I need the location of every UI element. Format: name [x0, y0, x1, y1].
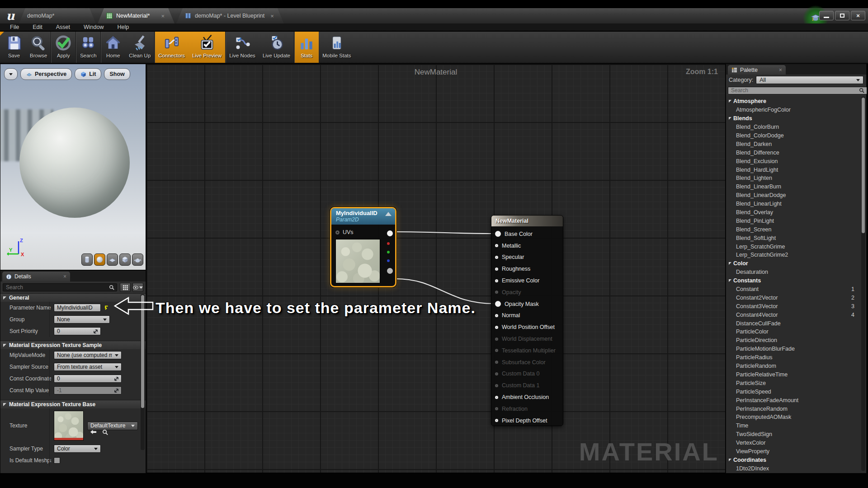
output-pin[interactable] [387, 259, 390, 262]
preview-shape-button[interactable] [119, 253, 131, 266]
palette-entry[interactable]: Blend_HardLight [726, 165, 866, 174]
restore-button[interactable] [835, 11, 849, 20]
palette-tab[interactable]: Palette × [728, 65, 786, 75]
palette-entry[interactable]: PerInstanceRandom [726, 404, 866, 413]
toolbar-button[interactable]: Live Nodes [225, 32, 259, 63]
input-pin[interactable] [495, 244, 498, 247]
palette-entry[interactable]: Blend_LinearLight [726, 200, 866, 208]
texture-asset-dropdown[interactable]: DefaultTexture [87, 422, 138, 430]
node-header[interactable]: MyIndividualID Param2D [331, 208, 395, 225]
toolbar-button[interactable]: Connectors [154, 32, 189, 63]
is-default-meshpaint-checkbox[interactable] [54, 457, 60, 464]
tab-close-icon[interactable]: × [158, 13, 165, 19]
property-control[interactable]: From texture asset [54, 363, 122, 371]
palette-entry[interactable]: Time [726, 422, 866, 430]
material-input-pin-row[interactable]: Opacity [495, 286, 563, 298]
input-pin[interactable] [495, 291, 498, 294]
node-myindividualid[interactable]: MyIndividualID Param2D UVs [330, 207, 396, 287]
input-pin[interactable] [495, 231, 501, 237]
palette-entry[interactable]: Blend_Darken [726, 140, 866, 148]
palette-entry[interactable]: Blend_ColorDodge [726, 131, 866, 140]
palette-entry[interactable]: Blend_Difference [726, 148, 866, 157]
toolbar-button[interactable]: Browse [26, 32, 51, 63]
palette-entry[interactable]: Constant 1 [726, 285, 866, 294]
toolbar-button[interactable]: Apply [51, 32, 75, 63]
property-control[interactable]: 0 [54, 375, 122, 383]
menu-item[interactable]: Asset [50, 24, 76, 30]
reset-to-default-icon[interactable] [104, 305, 109, 310]
preview-shape-button[interactable] [132, 253, 143, 266]
palette-entry[interactable]: Color [726, 259, 866, 268]
asset-tab[interactable]: demoMap* [19, 8, 96, 23]
palette-entry[interactable]: 1Dto2DIndex [726, 464, 866, 473]
details-close-icon[interactable]: × [63, 273, 66, 280]
palette-entry[interactable]: Constant3Vector 3 [726, 302, 866, 310]
preview-shape-button[interactable] [94, 253, 105, 266]
menu-item[interactable]: File [4, 24, 25, 30]
input-pin[interactable] [495, 267, 498, 271]
section-texture-sample[interactable]: Material Expression Texture Sample [0, 341, 146, 349]
toolbar-button[interactable]: Live Update [259, 32, 294, 63]
input-pin[interactable] [495, 372, 498, 375]
input-pin[interactable] [495, 361, 498, 364]
material-input-pin-row[interactable]: Subsurface Color [495, 357, 563, 368]
palette-entry[interactable]: Coordinates [726, 455, 866, 464]
display-filter-button[interactable] [132, 283, 143, 292]
material-input-pin-row[interactable]: Base Color [495, 228, 563, 240]
material-input-pin-row[interactable]: World Displacement [495, 333, 563, 345]
input-pin[interactable] [495, 256, 498, 259]
parameter-name-input[interactable]: MyIndividualID [54, 304, 101, 312]
palette-entry[interactable]: Blend_Screen [726, 225, 866, 234]
menu-item[interactable]: Help [111, 24, 135, 30]
palette-entry[interactable]: Lerp_ScratchGrime [726, 242, 866, 251]
palette-entry[interactable]: AtmosphericFogColor [726, 106, 866, 114]
material-graph-canvas[interactable]: NewMaterial Zoom 1:1 MATERIAL MyIndividu… [146, 64, 726, 473]
palette-entry[interactable]: Constant4Vector 4 [726, 310, 866, 319]
viewport-options-button[interactable] [4, 68, 18, 80]
property-matrix-button[interactable] [120, 283, 131, 292]
palette-entry[interactable]: ViewProperty [726, 447, 866, 456]
toolbar-button[interactable]: Stats [294, 32, 319, 63]
input-pin[interactable] [495, 326, 498, 329]
palette-entry[interactable]: ParticleSpeed [726, 387, 866, 396]
palette-entry[interactable]: ParticleRadius [726, 353, 866, 362]
palette-entry[interactable]: PrecomputedAOMask [726, 413, 866, 422]
preview-shape-button[interactable] [81, 253, 93, 266]
input-pin[interactable] [495, 396, 498, 399]
palette-entry[interactable]: ParticleRandom [726, 362, 866, 371]
palette-search-input[interactable] [728, 87, 867, 94]
palette-entry[interactable]: TwoSidedSign [726, 430, 866, 439]
details-tab[interactable]: i Details × [2, 272, 70, 282]
close-button[interactable]: × [851, 11, 865, 20]
material-input-pin-row[interactable]: Opacity Mask [495, 298, 563, 310]
palette-entry[interactable]: Lerp_ScratchGrime2 [726, 251, 866, 259]
uvs-input-pin[interactable] [335, 230, 340, 235]
palette-entry[interactable]: ParticleSize [726, 379, 866, 387]
output-pin[interactable] [387, 242, 390, 245]
output-pin[interactable] [387, 230, 393, 236]
palette-entry[interactable]: Constants [726, 277, 866, 285]
material-input-pin-row[interactable]: Refraction [495, 403, 563, 415]
toolbar-button[interactable]: Home [100, 32, 125, 63]
asset-tab[interactable]: demoMap* - Level Blueprint × [176, 8, 284, 23]
material-input-pin-row[interactable]: Ambient Occlusion [495, 391, 563, 403]
toolbar-button[interactable]: Live Preview [189, 32, 225, 63]
palette-entry[interactable]: Constant2Vector 2 [726, 293, 866, 302]
material-input-pin-row[interactable]: Tessellation Multiplier [495, 345, 563, 357]
palette-entry[interactable]: Blend_SoftLight [726, 234, 866, 242]
toolbar-button[interactable]: Search [75, 32, 100, 63]
node-newmaterial[interactable]: NewMaterial Base Color Metallic [491, 215, 563, 426]
section-texture-base[interactable]: Material Expression Texture Base [0, 400, 146, 408]
material-input-pin-row[interactable]: Metallic [495, 240, 563, 252]
palette-entry[interactable]: Blend_Lighten [726, 174, 866, 183]
palette-entry[interactable]: ParticleMotionBlurFade [726, 345, 866, 353]
material-input-pin-row[interactable]: World Position Offset [495, 321, 563, 333]
toolbar-button[interactable]: Mobile Stats [319, 32, 354, 63]
palette-entry[interactable]: Blend_PinLight [726, 216, 866, 225]
browse-to-asset-icon[interactable] [102, 429, 108, 435]
palette-entry[interactable]: PerInstanceFadeAmount [726, 396, 866, 404]
material-input-pin-row[interactable]: Emissive Color [495, 275, 563, 286]
sampler-type-dropdown[interactable]: Color [54, 445, 101, 453]
input-pin[interactable] [495, 384, 498, 387]
category-dropdown[interactable]: All [756, 76, 863, 84]
